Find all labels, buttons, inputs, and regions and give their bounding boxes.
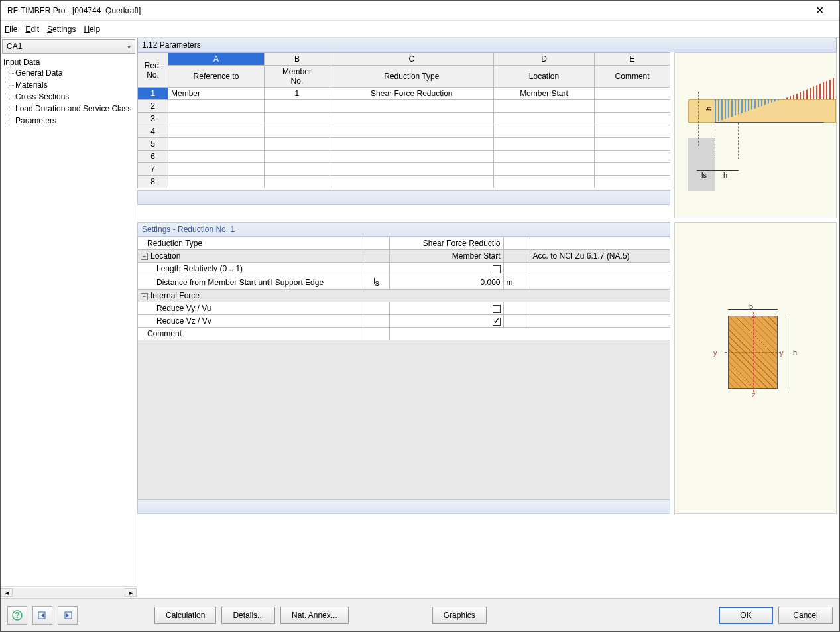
tree-item-materials[interactable]: Materials [3, 79, 134, 91]
col-C[interactable]: C [330, 53, 493, 66]
col-A[interactable]: A [168, 53, 265, 66]
svg-text:?: ? [15, 611, 19, 620]
sub-D: Location [493, 66, 594, 88]
nav-tree: Input Data General Data Materials Cross-… [1, 55, 137, 586]
scroll-right-icon[interactable]: ▸ [125, 588, 137, 597]
table-row[interactable]: 1 Member 1 Shear Force Reduction Member … [138, 88, 670, 100]
reduce-vy-checkbox[interactable] [493, 305, 501, 313]
titlebar: RF-TIMBER Pro - [004744_Querkraft] ✕ [1, 1, 839, 21]
menu-help[interactable]: Help [84, 25, 100, 34]
chevron-down-icon: ▾ [127, 43, 131, 50]
collapse-icon[interactable]: − [141, 293, 148, 300]
calculation-button[interactable]: Calculation [154, 607, 216, 624]
tree-item-general[interactable]: General Data [3, 67, 134, 79]
prop-group-internal-force[interactable]: −Internal Force [138, 290, 670, 302]
prop-distance-val[interactable]: 0.000 [390, 275, 504, 290]
diag1-ls-label: ls [701, 171, 707, 179]
prop-row[interactable]: Distance from Member Start until Support… [138, 275, 670, 290]
window-title: RF-TIMBER Pro - [004744_Querkraft] [7, 6, 806, 15]
cell-location[interactable]: Member Start [493, 88, 594, 100]
prop-row[interactable]: Reduction Type Shear Force Reductio [138, 237, 670, 250]
table-row[interactable]: 4 [138, 125, 670, 138]
diag2-y-right: y [780, 349, 784, 357]
menu-settings[interactable]: Settings [47, 25, 76, 34]
prop-group-location[interactable]: −Location Member Start Acc. to NCI Zu 6.… [138, 250, 670, 263]
diagram-section: b h y y z z [674, 222, 837, 514]
prop-reduction-type: Reduction Type [138, 237, 363, 250]
col-D[interactable]: D [493, 53, 594, 66]
graphics-button[interactable]: Graphics [432, 607, 487, 624]
prop-comment-val[interactable] [390, 328, 670, 340]
case-select[interactable]: CA1 ▾ [2, 39, 135, 54]
sub-C: Reduction Type [330, 66, 493, 88]
left-panel: CA1 ▾ Input Data General Data Materials … [1, 38, 137, 598]
table-row[interactable]: 7 [138, 163, 670, 176]
prop-row[interactable]: Length Relatively (0 .. 1) [138, 263, 670, 275]
diagram-shear: ls h h [674, 52, 837, 218]
tree-item-parameters[interactable]: Parameters [3, 115, 134, 127]
table-row[interactable]: 3 [138, 113, 670, 125]
reduce-vz-checkbox[interactable] [493, 318, 501, 326]
row-num[interactable]: 1 [138, 88, 168, 100]
prop-distance-sym: ls [363, 275, 390, 290]
cell-reduction-type[interactable]: Shear Force Reduction [330, 88, 493, 100]
settings-panel: Settings - Reduction No. 1 Reduction Typ… [137, 222, 670, 514]
prop-reduce-vy: Reduce Vy / Vu [138, 302, 363, 315]
footer: ? Calculation Details... Nat. Annex... G… [1, 598, 839, 631]
lower-statusbar [137, 499, 670, 514]
diag2-z-bottom: z [752, 391, 756, 399]
prop-location-note: Acc. to NCI Zu 6.1.7 (NA.5) [530, 250, 670, 263]
menu-file[interactable]: File [5, 25, 17, 34]
sub-A: Reference to [168, 66, 265, 88]
collapse-icon[interactable]: − [141, 253, 148, 260]
table-row[interactable]: 5 [138, 138, 670, 151]
prop-comment: Comment [138, 328, 363, 340]
case-select-value: CA1 [7, 42, 22, 51]
diag2-h-label: h [793, 349, 797, 357]
menu-edit[interactable]: Edit [25, 25, 39, 34]
col-B[interactable]: B [264, 53, 330, 66]
sub-E: Comment [595, 66, 670, 88]
help-icon[interactable]: ? [7, 606, 27, 625]
cell-comment[interactable] [595, 88, 670, 100]
prop-reduce-vz: Reduce Vz / Vv [138, 315, 363, 328]
tree-item-cross-sections[interactable]: Cross-Sections [3, 91, 134, 103]
diag1-h2-label: h [705, 107, 713, 111]
length-rel-checkbox[interactable] [493, 265, 501, 273]
diag1-h-label: h [723, 171, 727, 179]
prop-row[interactable]: Comment [138, 328, 670, 340]
table-row[interactable]: 2 [138, 100, 670, 113]
settings-title: Settings - Reduction No. 1 [137, 222, 670, 237]
upper-statusbar [137, 190, 670, 205]
tree-root[interactable]: Input Data [3, 58, 134, 67]
scroll-left-icon[interactable]: ◂ [1, 588, 13, 597]
scroll-track[interactable] [13, 588, 125, 598]
prop-reduction-type-val[interactable]: Shear Force Reductio [390, 237, 504, 250]
table-row[interactable]: 8 [138, 176, 670, 188]
prop-row[interactable]: Reduce Vy / Vu [138, 302, 670, 315]
prop-location-val[interactable]: Member Start [390, 250, 504, 263]
cancel-button[interactable]: Cancel [778, 607, 833, 624]
details-button[interactable]: Details... [221, 607, 275, 624]
prop-row[interactable]: Reduce Vz / Vv [138, 315, 670, 328]
settings-table[interactable]: Reduction Type Shear Force Reductio −Loc… [137, 237, 670, 340]
diag2-y-left: y [713, 349, 717, 357]
next-icon[interactable] [58, 606, 78, 625]
parameters-table[interactable]: Red.No. A B C D E Reference to MemberNo.… [137, 52, 670, 188]
prop-distance-unit: m [503, 275, 530, 290]
col-E[interactable]: E [595, 53, 670, 66]
prop-length-rel: Length Relatively (0 .. 1) [138, 263, 363, 275]
close-icon[interactable]: ✕ [806, 4, 833, 17]
cell-member-no[interactable]: 1 [264, 88, 330, 100]
prop-distance: Distance from Member Start until Support… [138, 275, 363, 290]
left-scrollbar[interactable]: ◂ ▸ [1, 586, 137, 598]
ok-button[interactable]: OK [719, 607, 773, 624]
menubar: File Edit Settings Help [1, 21, 839, 38]
parameters-table-wrap: Red.No. A B C D E Reference to MemberNo.… [137, 52, 670, 218]
cell-reference[interactable]: Member [168, 88, 265, 100]
tree-item-load-duration[interactable]: Load Duration and Service Class [3, 103, 134, 115]
col-red-no: Red.No. [138, 53, 168, 88]
prev-icon[interactable] [32, 606, 52, 625]
nat-annex-button[interactable]: Nat. Annex... [280, 607, 349, 624]
table-row[interactable]: 6 [138, 151, 670, 163]
